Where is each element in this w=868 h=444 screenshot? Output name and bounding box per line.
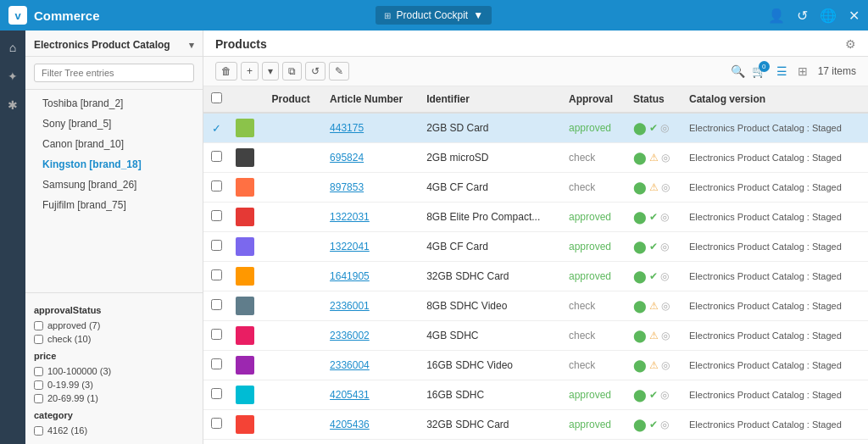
user-icon[interactable]: 👤: [768, 8, 785, 24]
facet-price-1-checkbox[interactable]: [34, 367, 43, 376]
article-link[interactable]: 897853: [330, 181, 364, 193]
status-dot-green: ⬤: [633, 388, 647, 402]
row-check-cell: [203, 232, 229, 262]
facet-approved-checkbox[interactable]: [34, 321, 43, 330]
facet-category-1-label: 4162 (16): [47, 425, 87, 436]
article-link[interactable]: 1322041: [330, 241, 370, 253]
toolbar-left: 🗑 + ▾ ⧉ ↺ ✎: [215, 62, 349, 80]
edit-button[interactable]: ✎: [329, 62, 349, 80]
select-all-checkbox[interactable]: [211, 92, 222, 103]
add-button[interactable]: +: [241, 62, 259, 80]
row-checkbox[interactable]: [211, 299, 222, 310]
row-identifier-cell: 2GB SD Card: [420, 113, 562, 143]
settings-icon[interactable]: ⚙: [845, 37, 856, 51]
facet-category-1-checkbox[interactable]: [34, 426, 43, 436]
approval-badge: check: [569, 359, 595, 371]
article-link[interactable]: 1641905: [330, 270, 370, 282]
article-link[interactable]: 4205436: [330, 419, 370, 430]
table-header-row: Product Article Number Identifier Approv…: [203, 86, 868, 113]
grid-view-button[interactable]: ⊞: [794, 63, 811, 80]
row-article-cell[interactable]: 1641905: [323, 262, 420, 291]
tree-item-canon[interactable]: Canon [brand_10]: [25, 134, 203, 154]
close-icon[interactable]: ✕: [849, 8, 860, 24]
col-article[interactable]: Article Number: [323, 86, 420, 113]
row-identifier-cell: 16GB SDHC Video: [420, 351, 562, 380]
facet-price-2-checkbox[interactable]: [34, 380, 43, 390]
article-link[interactable]: 2336004: [330, 359, 370, 371]
row-article-cell[interactable]: 2336002: [323, 321, 420, 351]
globe-icon[interactable]: 🌐: [820, 8, 837, 24]
status-circle-icon: ◎: [660, 211, 669, 223]
row-checkbox[interactable]: [211, 210, 222, 221]
row-article-cell[interactable]: 695824: [323, 143, 420, 173]
status-warning-icon: ⚠: [649, 330, 659, 341]
row-checkbox[interactable]: [211, 180, 222, 191]
tree-item-kingston[interactable]: Kingston [brand_18]: [25, 154, 203, 175]
sidebar-icon-home[interactable]: ⌂: [6, 37, 19, 58]
sidebar-icon-settings[interactable]: ✱: [4, 95, 21, 115]
tree-item-sony[interactable]: Sony [brand_5]: [25, 114, 203, 134]
approval-badge: approved: [569, 122, 611, 134]
article-link[interactable]: 443175: [330, 122, 364, 134]
catalog-chevron-icon[interactable]: ▾: [189, 40, 194, 51]
article-link[interactable]: 2336001: [330, 300, 370, 312]
row-article-cell[interactable]: 4852405: [323, 440, 420, 445]
status-icons: ⬤ ✔ ◎: [633, 269, 676, 283]
catalog-header: Electronics Product Catalog ▾: [25, 31, 203, 57]
row-checkbox[interactable]: [211, 269, 222, 280]
cart-button[interactable]: 🛒 0: [752, 64, 766, 78]
status-warning-icon: ⚠: [649, 152, 659, 164]
sidebar-icon-star[interactable]: ✦: [4, 66, 21, 86]
copy-button[interactable]: ⧉: [282, 62, 302, 80]
row-article-cell[interactable]: 2336004: [323, 351, 420, 380]
row-check-icon: ✓: [212, 122, 221, 135]
product-thumbnail: [236, 356, 254, 375]
article-link[interactable]: 2336002: [330, 330, 370, 341]
row-article-cell[interactable]: 4205436: [323, 410, 420, 440]
row-product-cell: [264, 291, 323, 321]
status-warning-icon: ⚠: [649, 181, 659, 193]
tree-item-samsung[interactable]: Samsung [brand_26]: [25, 175, 203, 195]
status-icons: ⬤ ✔ ◎: [633, 240, 676, 253]
col-status[interactable]: Status: [626, 86, 682, 113]
article-link[interactable]: 4205431: [330, 389, 370, 401]
add-dropdown-button[interactable]: ▾: [262, 62, 279, 80]
list-view-button[interactable]: ☰: [773, 63, 791, 80]
row-article-cell[interactable]: 1322041: [323, 232, 420, 262]
refresh-button[interactable]: ↺: [305, 62, 326, 80]
status-icons: ⬤ ⚠ ◎: [633, 299, 676, 313]
delete-button[interactable]: 🗑: [215, 62, 237, 80]
row-article-cell[interactable]: 2336001: [323, 291, 420, 321]
row-article-cell[interactable]: 443175: [323, 113, 420, 143]
col-catalog[interactable]: Catalog version: [682, 86, 868, 113]
approval-badge: approved: [569, 241, 611, 253]
refresh-icon[interactable]: ↺: [797, 8, 808, 24]
row-checkbox[interactable]: [211, 388, 222, 399]
tree-sidebar: Electronics Product Catalog ▾ Toshiba [b…: [25, 31, 203, 444]
tree-item-fujifilm[interactable]: Fujifilm [brand_75]: [25, 195, 203, 215]
row-product-cell: [264, 262, 323, 291]
tree-item-toshiba[interactable]: Toshiba [brand_2]: [25, 93, 203, 114]
col-identifier[interactable]: Identifier: [420, 86, 562, 113]
facet-price-3-checkbox[interactable]: [34, 394, 43, 403]
product-thumbnail: [236, 297, 254, 315]
row-checkbox[interactable]: [211, 358, 222, 369]
row-article-cell[interactable]: 4205431: [323, 380, 420, 410]
row-article-cell[interactable]: 897853: [323, 173, 420, 203]
row-checkbox[interactable]: [211, 151, 222, 162]
status-icons: ⬤ ✔ ◎: [633, 121, 676, 135]
row-checkbox[interactable]: [211, 329, 222, 340]
row-thumb-cell: [229, 321, 264, 351]
col-product[interactable]: Product: [264, 86, 323, 113]
row-checkbox[interactable]: [211, 240, 222, 251]
col-approval[interactable]: Approval: [562, 86, 626, 113]
search-button[interactable]: 🔍: [731, 64, 745, 78]
article-link[interactable]: 1322031: [330, 211, 370, 223]
facet-check-checkbox[interactable]: [34, 335, 43, 344]
product-cockpit-button[interactable]: ⊞ Product Cockpit ▼: [376, 6, 492, 25]
row-checkbox[interactable]: [211, 418, 222, 429]
article-link[interactable]: 695824: [330, 152, 364, 164]
row-article-cell[interactable]: 1322031: [323, 203, 420, 232]
approval-badge: check: [569, 152, 595, 164]
filter-tree-input[interactable]: [34, 64, 194, 82]
